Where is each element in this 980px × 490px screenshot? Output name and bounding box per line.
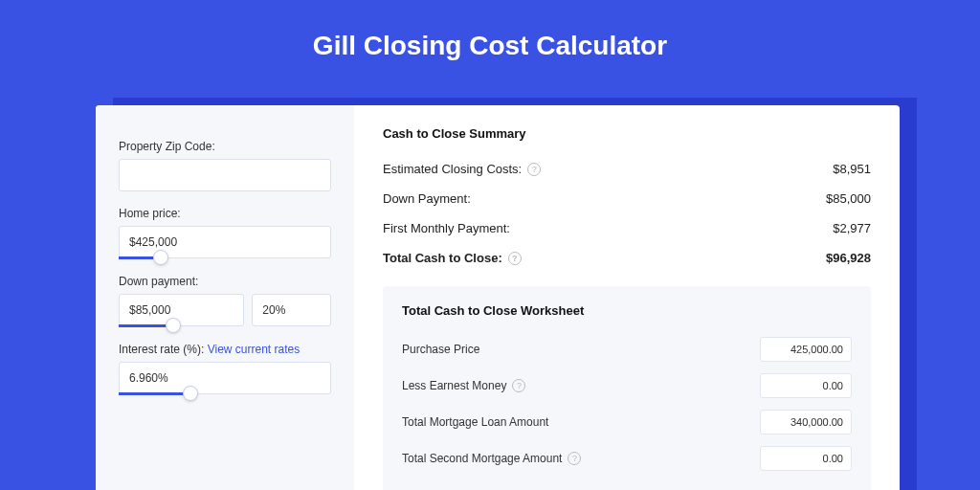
help-icon[interactable]: ? bbox=[527, 163, 541, 176]
summary-label: Estimated Closing Costs: bbox=[383, 162, 522, 176]
ws-row-mortgage-amount: Total Mortgage Loan Amount bbox=[402, 404, 852, 440]
zip-group: Property Zip Code: bbox=[119, 140, 331, 191]
summary-label: Down Payment: bbox=[383, 191, 471, 206]
ws-row-second-mortgage: Total Second Mortgage Amount ? bbox=[402, 440, 852, 477]
help-icon[interactable]: ? bbox=[512, 379, 525, 392]
zip-label: Property Zip Code: bbox=[119, 140, 331, 153]
page-title: Gill Closing Cost Calculator bbox=[0, 0, 980, 84]
results-panel: Cash to Close Summary Estimated Closing … bbox=[354, 105, 900, 490]
summary-row-first-payment: First Monthly Payment: $2,977 bbox=[383, 213, 871, 243]
inputs-panel: Property Zip Code: Home price: Down paym… bbox=[96, 105, 354, 490]
ws-input-earnest-money[interactable] bbox=[760, 373, 852, 398]
summary-value: $2,977 bbox=[833, 221, 871, 235]
help-icon[interactable]: ? bbox=[568, 452, 581, 465]
ws-input-mortgage-amount[interactable] bbox=[760, 410, 852, 434]
interest-label-text: Interest rate (%): bbox=[119, 343, 208, 356]
interest-slider[interactable] bbox=[119, 392, 331, 395]
worksheet-title: Total Cash to Close Worksheet bbox=[402, 303, 852, 318]
interest-input[interactable] bbox=[119, 362, 331, 394]
home-price-group: Home price: bbox=[119, 207, 331, 259]
worksheet-card: Total Cash to Close Worksheet Purchase P… bbox=[383, 286, 871, 490]
zip-input[interactable] bbox=[119, 159, 331, 191]
ws-label: Less Earnest Money bbox=[402, 379, 506, 392]
home-price-slider[interactable] bbox=[119, 256, 331, 259]
down-payment-input[interactable] bbox=[119, 294, 244, 326]
down-payment-group: Down payment: bbox=[119, 275, 331, 327]
ws-label: Purchase Price bbox=[402, 343, 479, 356]
down-payment-pct-input[interactable] bbox=[252, 294, 331, 326]
ws-row-purchase-price: Purchase Price bbox=[402, 331, 852, 368]
down-payment-label: Down payment: bbox=[119, 275, 331, 288]
ws-input-second-mortgage[interactable] bbox=[760, 446, 852, 471]
home-price-input[interactable] bbox=[119, 226, 331, 258]
ws-label: Total Mortgage Loan Amount bbox=[402, 415, 548, 429]
interest-group: Interest rate (%): View current rates bbox=[119, 343, 331, 395]
ws-input-purchase-price[interactable] bbox=[760, 337, 852, 362]
summary-label: First Monthly Payment: bbox=[383, 221, 510, 235]
ws-row-earnest-money: Less Earnest Money ? bbox=[402, 368, 852, 404]
summary-row-down-payment: Down Payment: $85,000 bbox=[383, 184, 871, 213]
down-payment-slider[interactable] bbox=[119, 324, 331, 327]
help-icon[interactable]: ? bbox=[508, 252, 522, 265]
ws-label: Total Second Mortgage Amount bbox=[402, 452, 562, 465]
summary-value: $8,951 bbox=[833, 162, 871, 176]
summary-row-total: Total Cash to Close: ? $96,928 bbox=[383, 243, 871, 273]
calculator-card: Property Zip Code: Home price: Down paym… bbox=[96, 105, 900, 490]
summary-row-closing-costs: Estimated Closing Costs: ? $8,951 bbox=[383, 154, 871, 184]
view-rates-link[interactable]: View current rates bbox=[208, 343, 301, 356]
home-price-label: Home price: bbox=[119, 207, 331, 220]
interest-label: Interest rate (%): View current rates bbox=[119, 343, 331, 356]
summary-title: Cash to Close Summary bbox=[383, 126, 871, 141]
summary-total-label: Total Cash to Close: bbox=[383, 251, 502, 265]
summary-value: $85,000 bbox=[826, 191, 871, 206]
summary-total-value: $96,928 bbox=[826, 251, 871, 265]
